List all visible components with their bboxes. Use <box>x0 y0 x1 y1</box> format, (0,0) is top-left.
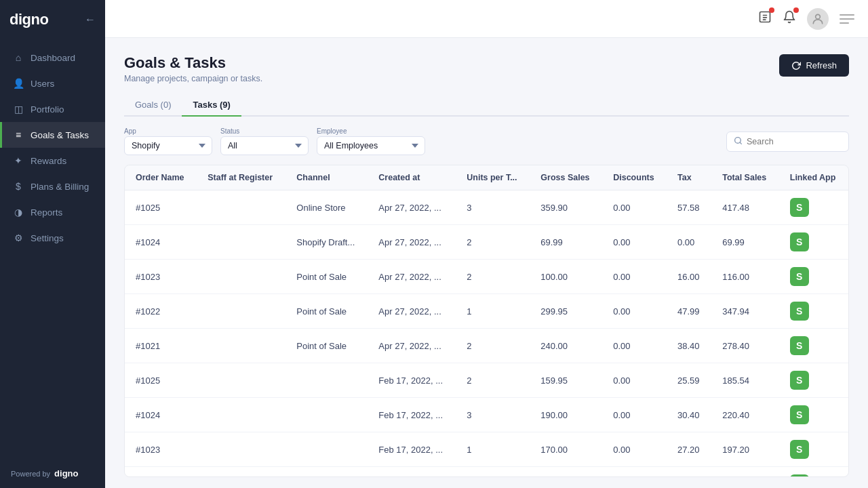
reports-icon: ◑ <box>13 207 24 218</box>
tasks-notification-icon[interactable] <box>758 10 772 27</box>
data-table-container: Order Name Staff at Register Channel Cre… <box>124 165 849 477</box>
table-row[interactable]: #1025 Online Store Apr 27, 2022, ... 3 3… <box>125 190 848 225</box>
cell-channel <box>285 432 368 467</box>
cell-created: Apr 27, 2022, ... <box>368 190 456 225</box>
cell-total: 417.48 <box>711 190 779 225</box>
billing-icon: $ <box>13 181 24 192</box>
tab-tasks[interactable]: Tasks (9) <box>182 94 241 117</box>
svg-line-3 <box>740 142 741 144</box>
cell-created: Apr 27, 2022, ... <box>368 329 456 363</box>
status-filter-select[interactable]: All <box>220 136 309 155</box>
app-filter-group: App Shopify <box>124 127 212 155</box>
avatar[interactable] <box>807 8 829 30</box>
cell-tax: 0.00 <box>667 225 711 260</box>
cell-gross: 190.00 <box>530 398 602 432</box>
cell-order: #1022 <box>125 467 197 478</box>
employee-filter-group: Employee All Employees <box>317 127 425 155</box>
employee-filter-select[interactable]: All Employees <box>317 136 425 155</box>
app-filter-label: App <box>124 127 212 135</box>
col-discounts: Discounts <box>602 165 667 190</box>
sidebar-item-dashboard[interactable]: ⌂ Dashboard <box>0 45 105 70</box>
sidebar: digno ← ⌂ Dashboard 👤 Users ◫ Portfolio … <box>0 0 105 488</box>
menu-icon[interactable] <box>840 14 854 24</box>
cell-tax: 57.58 <box>667 190 711 225</box>
cell-order: #1025 <box>125 363 197 398</box>
rewards-icon: ✦ <box>13 155 24 166</box>
tab-goals[interactable]: Goals (0) <box>124 94 182 117</box>
sidebar-item-settings[interactable]: ⚙ Settings <box>0 225 105 251</box>
col-staff: Staff at Register <box>197 165 285 190</box>
cell-gross: 69.99 <box>530 225 602 260</box>
cell-discounts: 0.00 <box>602 329 667 363</box>
cell-created: Feb 9, 2022, ... <box>368 467 456 478</box>
table-row[interactable]: #1022 Point of Sale Apr 27, 2022, ... 1 … <box>125 294 848 329</box>
collapse-sidebar-button[interactable]: ← <box>85 14 96 26</box>
cell-order: #1022 <box>125 294 197 329</box>
app-icon: S <box>790 405 809 424</box>
app-filter-select[interactable]: Shopify <box>124 136 212 155</box>
cell-units: 1 <box>456 432 530 467</box>
refresh-label: Refresh <box>806 60 837 70</box>
cell-total: 220.40 <box>711 398 779 432</box>
table-row[interactable]: #1022 Feb 9, 2022, ... 1 510.00 0.00 81.… <box>125 467 848 478</box>
app-icon: S <box>790 474 809 477</box>
sidebar-item-label: Reports <box>31 207 62 218</box>
cell-discounts: 0.00 <box>602 432 667 467</box>
sidebar-item-goals-tasks[interactable]: ≡ Goals & Tasks <box>0 122 105 148</box>
cell-order: #1021 <box>125 329 197 363</box>
sidebar-item-plans-billing[interactable]: $ Plans & Billing <box>0 174 105 199</box>
cell-gross: 240.00 <box>530 329 602 363</box>
filters-bar: App Shopify Status All Employee All Empl… <box>124 127 849 155</box>
sidebar-item-users[interactable]: 👤 Users <box>0 70 105 96</box>
cell-channel <box>285 467 368 478</box>
sidebar-item-label: Users <box>31 79 54 89</box>
cell-order: #1023 <box>125 432 197 467</box>
table-row[interactable]: #1024 Feb 17, 2022, ... 3 190.00 0.00 30… <box>125 398 848 432</box>
cell-created: Apr 27, 2022, ... <box>368 260 456 294</box>
sidebar-item-rewards[interactable]: ✦ Rewards <box>0 148 105 174</box>
cell-discounts: 0.00 <box>602 260 667 294</box>
sidebar-header: digno ← <box>0 0 105 39</box>
sidebar-footer: Powered by digno <box>0 459 105 488</box>
cell-staff <box>197 190 285 225</box>
settings-icon: ⚙ <box>13 232 24 243</box>
table-row[interactable]: #1021 Point of Sale Apr 27, 2022, ... 2 … <box>125 329 848 363</box>
app-icon: S <box>790 198 809 217</box>
cell-created: Feb 17, 2022, ... <box>368 398 456 432</box>
sidebar-item-portfolio[interactable]: ◫ Portfolio <box>0 96 105 122</box>
col-gross: Gross Sales <box>530 165 602 190</box>
table-row[interactable]: #1023 Feb 17, 2022, ... 1 170.00 0.00 27… <box>125 432 848 467</box>
notifications-icon[interactable] <box>783 10 796 27</box>
search-box[interactable] <box>726 131 849 152</box>
sidebar-item-label: Rewards <box>31 156 66 166</box>
status-filter-label: Status <box>220 127 309 135</box>
cell-tax: 16.00 <box>667 260 711 294</box>
cell-units: 2 <box>456 329 530 363</box>
sidebar-item-label: Plans & Billing <box>31 182 89 192</box>
tabs-bar: Goals (0) Tasks (9) <box>124 94 849 117</box>
table-row[interactable]: #1023 Point of Sale Apr 27, 2022, ... 2 … <box>125 260 848 294</box>
app-icon: S <box>790 302 809 321</box>
refresh-button[interactable]: Refresh <box>779 54 849 77</box>
sidebar-item-label: Portfolio <box>31 104 64 115</box>
cell-units: 2 <box>456 363 530 398</box>
cell-staff <box>197 467 285 478</box>
cell-created: Apr 27, 2022, ... <box>368 225 456 260</box>
cell-total: 185.54 <box>711 363 779 398</box>
cell-total: 197.20 <box>711 432 779 467</box>
col-tax: Tax <box>667 165 711 190</box>
col-channel: Channel <box>285 165 368 190</box>
sidebar-item-reports[interactable]: ◑ Reports <box>0 199 105 225</box>
cell-order: #1024 <box>125 398 197 432</box>
cell-discounts: 0.00 <box>602 225 667 260</box>
cell-tax: 30.40 <box>667 398 711 432</box>
search-input[interactable] <box>747 137 842 146</box>
cell-app: S <box>779 294 848 329</box>
cell-tax: 38.40 <box>667 329 711 363</box>
col-units: Units per T... <box>456 165 530 190</box>
cell-staff <box>197 260 285 294</box>
table-row[interactable]: #1025 Feb 17, 2022, ... 2 159.95 0.00 25… <box>125 363 848 398</box>
cell-staff <box>197 225 285 260</box>
table-row[interactable]: #1024 Shopify Draft... Apr 27, 2022, ...… <box>125 225 848 260</box>
notification-badge <box>793 7 799 13</box>
